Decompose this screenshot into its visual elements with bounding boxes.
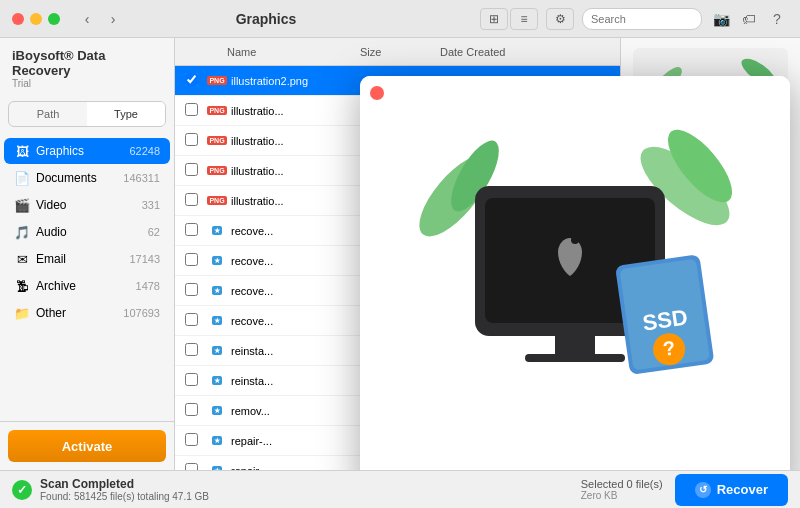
date-column-header: Date Created [440, 46, 590, 58]
scan-subtext: Found: 581425 file(s) totaling 47.1 GB [40, 491, 209, 502]
file-type-icon: ★ [207, 222, 227, 240]
sidebar-item-archive[interactable]: 🗜 Archive 1478 [4, 273, 170, 299]
email-label: Email [36, 252, 129, 266]
scan-text-group: Scan Completed Found: 581425 file(s) tot… [40, 477, 209, 502]
sidebar: iBoysoft® Data Recovery Trial Path Type … [0, 38, 175, 470]
sidebar-item-audio[interactable]: 🎵 Audio 62 [4, 219, 170, 245]
sidebar-item-documents[interactable]: 📄 Documents 146311 [4, 165, 170, 191]
file-name: illustratio... [231, 195, 380, 207]
email-count: 17143 [129, 253, 160, 265]
search-input[interactable] [582, 8, 702, 30]
archive-icon: 🗜 [14, 278, 30, 294]
popup-overlay: SSD ? [360, 76, 790, 470]
title-bar: ‹ › Graphics ⊞ ≡ ⚙ 📷 🏷 ? [0, 0, 800, 38]
toolbar-icons: 📷 🏷 ? [710, 8, 788, 30]
minimize-button[interactable] [30, 13, 42, 25]
file-name: recove... [231, 225, 380, 237]
row-checkbox[interactable] [185, 132, 207, 150]
file-name: recove... [231, 255, 380, 267]
filter-button[interactable]: ⚙ [546, 8, 574, 30]
file-type-icon: ★ [207, 342, 227, 360]
view-toggle: ⊞ ≡ [480, 8, 538, 30]
audio-icon: 🎵 [14, 224, 30, 240]
app-title: iBoysoft® Data Recovery [12, 48, 162, 78]
list-view-button[interactable]: ≡ [510, 8, 538, 30]
row-checkbox[interactable] [185, 372, 207, 390]
scan-complete-icon: ✓ [12, 480, 32, 500]
row-checkbox[interactable] [185, 402, 207, 420]
video-count: 331 [142, 199, 160, 211]
tab-type[interactable]: Type [87, 102, 165, 126]
other-label: Other [36, 306, 123, 320]
popup-image-container: SSD ? [360, 76, 790, 470]
camera-icon[interactable]: 📷 [710, 8, 732, 30]
file-name: reinsta... [231, 375, 380, 387]
svg-rect-20 [525, 354, 625, 362]
row-checkbox[interactable] [185, 342, 207, 360]
file-type-icon: ★ [207, 282, 227, 300]
grid-view-button[interactable]: ⊞ [480, 8, 508, 30]
file-type-icon: ★ [207, 432, 227, 450]
row-checkbox[interactable] [185, 102, 207, 120]
scan-status: ✓ Scan Completed Found: 581425 file(s) t… [12, 477, 209, 502]
graphics-label: Graphics [36, 144, 129, 158]
selected-info-group: Selected 0 file(s) Zero KB [581, 478, 663, 501]
documents-icon: 📄 [14, 170, 30, 186]
svg-rect-19 [555, 336, 595, 356]
sidebar-item-video[interactable]: 🎬 Video 331 [4, 192, 170, 218]
size-column-header: Size [360, 46, 440, 58]
popup-close-button[interactable] [370, 86, 384, 100]
breadcrumb-title: Graphics [52, 11, 480, 27]
sidebar-item-graphics[interactable]: 🖼 Graphics 62248 [4, 138, 170, 164]
file-name: illustratio... [231, 165, 380, 177]
file-type-icon: PNG [207, 192, 227, 210]
file-name: recove... [231, 285, 380, 297]
file-list-header: Name Size Date Created [175, 38, 620, 66]
close-button[interactable] [12, 13, 24, 25]
sidebar-item-other[interactable]: 📁 Other 107693 [4, 300, 170, 326]
audio-count: 62 [148, 226, 160, 238]
recover-label: Recover [717, 482, 768, 497]
file-type-icon: ★ [207, 462, 227, 471]
video-label: Video [36, 198, 142, 212]
app-subtitle: Trial [12, 78, 162, 89]
row-checkbox[interactable] [185, 312, 207, 330]
file-type-icon: ★ [207, 372, 227, 390]
svg-point-18 [571, 236, 579, 244]
recover-icon: ↺ [695, 482, 711, 498]
row-checkbox[interactable] [185, 462, 207, 471]
video-icon: 🎬 [14, 197, 30, 213]
name-column-header: Name [227, 46, 360, 58]
audio-label: Audio [36, 225, 148, 239]
tag-icon[interactable]: 🏷 [738, 8, 760, 30]
file-type-icon: PNG [207, 132, 227, 150]
file-name: illustration2.png [231, 75, 380, 87]
sidebar-tabs: Path Type [8, 101, 166, 127]
file-type-icon: PNG [207, 102, 227, 120]
row-checkbox[interactable] [185, 252, 207, 270]
graphics-icon: 🖼 [14, 143, 30, 159]
row-checkbox[interactable] [185, 72, 207, 90]
scan-complete-label: Scan Completed [40, 477, 209, 491]
row-checkbox[interactable] [185, 162, 207, 180]
help-icon[interactable]: ? [766, 8, 788, 30]
sidebar-footer: Activate [0, 421, 174, 470]
file-type-icon: PNG [207, 162, 227, 180]
file-name: remov... [231, 405, 380, 417]
sidebar-item-email[interactable]: ✉ Email 17143 [4, 246, 170, 272]
row-checkbox[interactable] [185, 222, 207, 240]
selected-size-label: Zero KB [581, 490, 663, 501]
content-preview-wrapper: Name Size Date Created PNG illustration2… [175, 38, 800, 470]
graphics-count: 62248 [129, 145, 160, 157]
archive-label: Archive [36, 279, 136, 293]
row-checkbox[interactable] [185, 282, 207, 300]
selected-files-label: Selected 0 file(s) [581, 478, 663, 490]
file-name: illustratio... [231, 105, 380, 117]
row-checkbox[interactable] [185, 192, 207, 210]
row-checkbox[interactable] [185, 432, 207, 450]
recover-button[interactable]: ↺ Recover [675, 474, 788, 506]
other-count: 107693 [123, 307, 160, 319]
activate-button[interactable]: Activate [8, 430, 166, 462]
status-bar: ✓ Scan Completed Found: 581425 file(s) t… [0, 470, 800, 508]
tab-path[interactable]: Path [9, 102, 87, 126]
